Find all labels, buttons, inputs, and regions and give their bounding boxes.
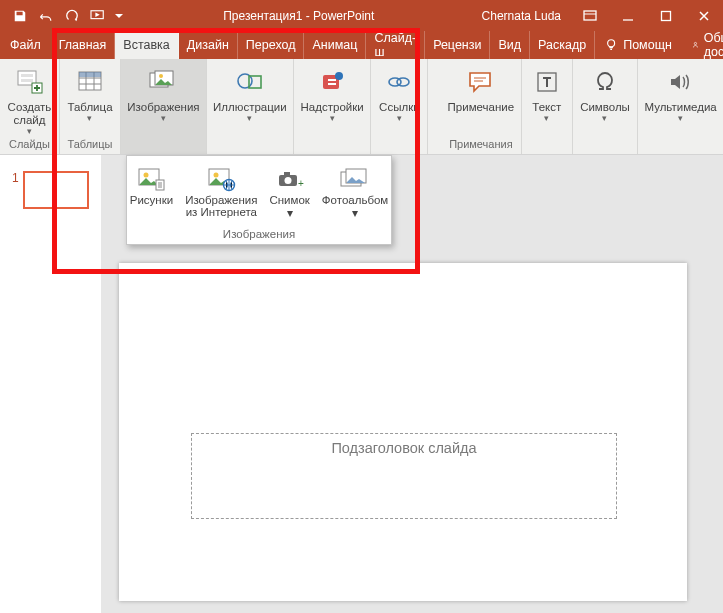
- subtitle-placeholder[interactable]: Подзаголовок слайда: [191, 433, 617, 519]
- slideshow-from-start-icon[interactable]: [86, 4, 110, 28]
- photo-album-icon: [338, 164, 372, 194]
- window-buttons: [571, 0, 723, 31]
- group-tables: Таблица ▾ Таблицы: [60, 59, 121, 154]
- shapes-icon: [233, 65, 267, 99]
- document-title: Презентация1 - PowerPoint: [126, 9, 472, 23]
- chevron-down-icon: ▾: [397, 114, 402, 122]
- link-icon: [382, 65, 416, 99]
- qat-customize-icon[interactable]: [112, 4, 126, 28]
- svg-point-17: [335, 72, 343, 80]
- maximize-button[interactable]: [647, 0, 685, 31]
- comment-label: Примечание: [448, 101, 515, 114]
- group-comments-label: Примечания: [449, 138, 513, 154]
- group-tables-label: Таблицы: [68, 138, 113, 154]
- dropdown-group-label: Изображения: [223, 228, 295, 240]
- share-button[interactable]: Общий доступ: [682, 31, 723, 59]
- tell-me-search[interactable]: Помощн: [595, 31, 682, 59]
- slides-thumbnail-pane[interactable]: 1: [0, 155, 101, 613]
- new-slide-label: Создать слайд: [8, 101, 52, 127]
- svg-point-22: [144, 173, 149, 178]
- omega-icon: [588, 65, 622, 99]
- text-button[interactable]: Текст ▾: [522, 59, 573, 154]
- new-slide-button[interactable]: Создать слайд ▾: [4, 61, 56, 135]
- tab-home[interactable]: Главная: [51, 31, 116, 59]
- photo-album-label: Фотоальбом: [322, 194, 388, 206]
- tab-animations[interactable]: Анимац: [304, 31, 366, 59]
- chevron-down-icon: ▾: [87, 114, 92, 122]
- screenshot-label: Снимок: [269, 194, 309, 206]
- share-label: Общий доступ: [704, 31, 723, 59]
- chevron-down-icon: ▾: [287, 206, 293, 220]
- ribbon: Создать слайд ▾ Слайды Таблица ▾ Таблицы…: [0, 59, 723, 155]
- ribbon-display-options-icon[interactable]: [571, 0, 609, 31]
- chevron-down-icon: ▾: [161, 114, 166, 122]
- tab-view[interactable]: Вид: [490, 31, 530, 59]
- chevron-down-icon: ▾: [544, 114, 549, 122]
- text-box-icon: [530, 65, 564, 99]
- photo-album-button[interactable]: Фотоальбом ▾: [316, 162, 394, 222]
- tab-storyboard[interactable]: Раскадр: [530, 31, 595, 59]
- images-split-button[interactable]: Изображения ▾: [121, 59, 207, 154]
- speaker-icon: [664, 65, 698, 99]
- comment-button[interactable]: Примечание: [444, 61, 519, 114]
- symbols-button[interactable]: Символы ▾: [573, 59, 638, 154]
- svg-rect-28: [284, 172, 290, 176]
- pictures-button[interactable]: Рисунки: [124, 162, 179, 222]
- online-pictures-button[interactable]: Изображения из Интернета: [179, 162, 263, 222]
- new-slide-icon: [12, 65, 46, 99]
- svg-point-19: [397, 78, 409, 86]
- svg-rect-7: [21, 79, 33, 82]
- group-comments: Примечание Примечания: [441, 59, 522, 154]
- svg-rect-6: [21, 74, 33, 77]
- tab-file[interactable]: Файл: [0, 31, 51, 59]
- group-slides-label: Слайды: [9, 138, 50, 154]
- svg-rect-2: [662, 11, 671, 20]
- online-pictures-label: Изображения из Интернета: [185, 194, 257, 218]
- images-dropdown: Рисунки Изображения из Интернета + Снимо…: [126, 155, 392, 245]
- table-icon: [73, 65, 107, 99]
- tab-review[interactable]: Рецензи: [425, 31, 490, 59]
- media-button[interactable]: Мультимедиа ▾: [638, 59, 723, 154]
- tab-transitions[interactable]: Переход: [238, 31, 305, 59]
- addins-button[interactable]: Надстройки ▾: [294, 59, 372, 154]
- pictures-label: Рисунки: [130, 194, 173, 206]
- title-bar: Презентация1 - PowerPoint Chernata Luda: [0, 0, 723, 31]
- slide-canvas[interactable]: Подзаголовок слайда: [119, 263, 687, 601]
- lightbulb-icon: [605, 38, 619, 52]
- chevron-down-icon: ▾: [602, 114, 607, 122]
- subtitle-placeholder-text: Подзаголовок слайда: [331, 440, 476, 456]
- chevron-down-icon: ▾: [352, 206, 358, 220]
- camera-icon: +: [273, 164, 307, 194]
- undo-button[interactable]: [34, 4, 58, 28]
- quick-access-toolbar: [0, 4, 126, 28]
- group-slides: Создать слайд ▾ Слайды: [0, 59, 60, 154]
- online-pictures-icon: [204, 164, 238, 194]
- close-button[interactable]: [685, 0, 723, 31]
- svg-point-3: [608, 40, 615, 47]
- screenshot-button[interactable]: + Снимок ▾: [263, 162, 315, 222]
- redo-icon[interactable]: [60, 4, 84, 28]
- chevron-down-icon: ▾: [678, 114, 683, 122]
- minimize-button[interactable]: [609, 0, 647, 31]
- tab-insert[interactable]: Вставка: [115, 31, 178, 59]
- slide-thumbnail[interactable]: 1: [0, 171, 101, 209]
- chevron-down-icon: ▾: [247, 114, 252, 122]
- slide-number: 1: [12, 171, 19, 185]
- svg-point-25: [214, 173, 219, 178]
- images-icon: [146, 65, 180, 99]
- tab-slideshow[interactable]: Слайд-ш: [366, 31, 425, 59]
- table-button[interactable]: Таблица ▾: [63, 61, 116, 122]
- picture-file-icon: [134, 164, 168, 194]
- share-icon: [692, 38, 700, 52]
- comment-icon: [464, 65, 498, 99]
- addin-icon: [315, 65, 349, 99]
- illustrations-button[interactable]: Иллюстрации ▾: [207, 59, 294, 154]
- links-button[interactable]: Ссылки ▾: [371, 59, 428, 154]
- save-icon[interactable]: [8, 4, 32, 28]
- tell-me-label: Помощн: [623, 38, 672, 52]
- tab-design[interactable]: Дизайн: [179, 31, 238, 59]
- svg-text:+: +: [298, 178, 304, 189]
- chevron-down-icon: ▾: [27, 127, 32, 135]
- ribbon-tabs: Файл Главная Вставка Дизайн Переход Аним…: [0, 31, 723, 59]
- slide-thumb-preview[interactable]: [23, 171, 89, 209]
